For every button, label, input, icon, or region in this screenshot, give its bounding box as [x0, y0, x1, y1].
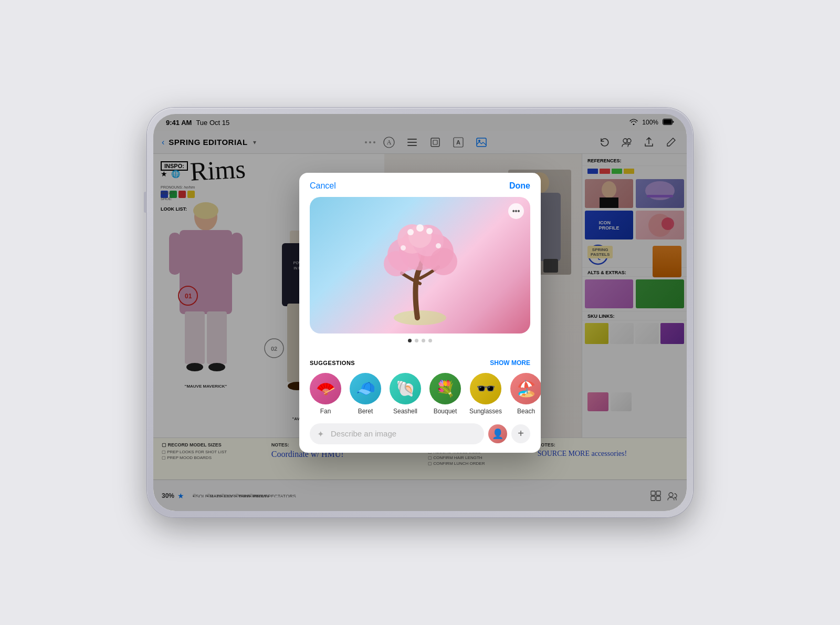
search-bar[interactable]: ✦ Describe an image — [310, 423, 484, 444]
sparkle-icon: ✦ — [317, 429, 327, 439]
svg-point-66 — [426, 228, 433, 234]
sunglasses-label: Sunglasses — [469, 408, 502, 415]
sunglasses-emoji-circle: 🕶️ — [470, 373, 501, 404]
dot-1[interactable] — [408, 339, 412, 342]
cherry-tree-svg — [368, 205, 472, 326]
person-button[interactable]: 👤 — [488, 424, 507, 443]
ipad-screen: 9:41 AM Tue Oct 15 100% ‹ SPRING EDITORI… — [153, 114, 687, 511]
beach-emoji-circle: 🏖️ — [510, 373, 541, 404]
suggestions-header: SUGGESTIONS SHOW MORE — [310, 359, 530, 367]
svg-point-61 — [384, 251, 409, 276]
search-placeholder-text: Describe an image — [331, 429, 396, 438]
person-icon: 👤 — [492, 428, 503, 440]
done-button[interactable]: Done — [509, 181, 530, 191]
beret-emoji-circle: 🧢 — [350, 373, 381, 404]
generated-image: ••• — [310, 197, 530, 334]
fan-emoji-circle: 🪭 — [310, 373, 341, 404]
suggestions-row: 🪭 Fan 🧢 Beret 🐚 Seashell 💐 — [310, 373, 530, 415]
beret-label: Beret — [358, 408, 373, 415]
dot-3[interactable] — [422, 339, 425, 342]
dot-2[interactable] — [415, 339, 418, 342]
modal-card: Cancel Done — [299, 173, 541, 453]
svg-point-67 — [401, 245, 406, 251]
bouquet-label: Bouquet — [434, 408, 457, 415]
fan-label: Fan — [320, 408, 331, 415]
svg-point-65 — [416, 224, 424, 232]
svg-point-62 — [430, 248, 457, 275]
suggestion-beret[interactable]: 🧢 Beret — [350, 373, 381, 415]
suggestion-bouquet[interactable]: 💐 Bouquet — [429, 373, 461, 415]
suggestions-section: SUGGESTIONS SHOW MORE 🪭 Fan 🧢 Beret — [299, 359, 541, 423]
modal-image-area: ••• — [299, 197, 541, 359]
suggestion-fan[interactable]: 🪭 Fan — [310, 373, 341, 415]
more-options-button[interactable]: ••• — [508, 203, 524, 219]
seashell-label: Seashell — [393, 408, 417, 415]
modal-overlay: Cancel Done — [153, 114, 687, 511]
bouquet-emoji-circle: 💐 — [429, 373, 461, 404]
ipad-device: 9:41 AM Tue Oct 15 100% ‹ SPRING EDITORI… — [147, 108, 693, 517]
search-bar-row: ✦ Describe an image 👤 + — [299, 423, 541, 453]
plus-button[interactable]: + — [511, 424, 530, 443]
modal-header: Cancel Done — [299, 173, 541, 197]
beach-label: Beach — [517, 408, 535, 415]
cancel-button[interactable]: Cancel — [310, 181, 336, 191]
svg-point-68 — [436, 243, 441, 248]
suggestion-beach[interactable]: 🏖️ Beach — [510, 373, 541, 415]
svg-point-64 — [407, 229, 414, 235]
suggestion-sunglasses[interactable]: 🕶️ Sunglasses — [469, 373, 502, 415]
plus-icon: + — [518, 428, 524, 440]
dot-4[interactable] — [428, 339, 432, 342]
seashell-emoji-circle: 🐚 — [390, 373, 421, 404]
show-more-button[interactable]: SHOW MORE — [490, 359, 530, 367]
suggestion-seashell[interactable]: 🐚 Seashell — [390, 373, 421, 415]
pagination-dots — [310, 339, 530, 342]
suggestions-title: SUGGESTIONS — [310, 360, 355, 366]
